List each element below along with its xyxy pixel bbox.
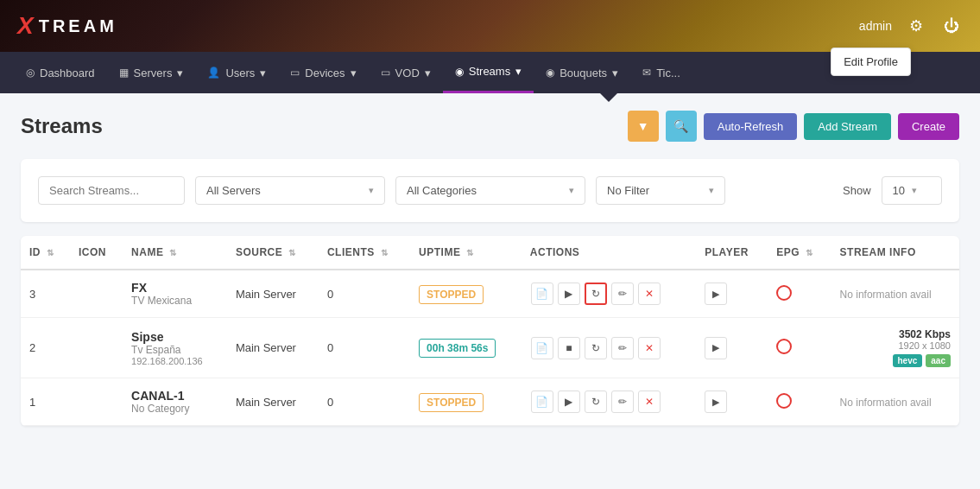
auto-refresh-button[interactable]: Auto-Refresh (704, 113, 798, 140)
col-actions: ACTIONS (522, 236, 696, 270)
page-title: Streams (21, 114, 103, 138)
nav-item-bouquets[interactable]: ◉ Bouquets ▾ (534, 52, 630, 93)
bouquets-chevron-icon: ▾ (612, 67, 618, 79)
streams-icon: ◉ (455, 66, 464, 78)
users-chevron-icon: ▾ (260, 67, 266, 79)
uptime-badge-running: 00h 38m 56s (419, 339, 496, 358)
col-uptime: UPTIME ⇅ (410, 236, 522, 270)
nav-label-tickets: Tic... (656, 67, 680, 79)
col-stream-info: STREAM INFO (831, 236, 959, 270)
edit-profile-tooltip: Edit Profile (831, 48, 911, 76)
add-stream-button[interactable]: Add Stream (804, 113, 891, 140)
no-filter-dropdown[interactable]: No Filter ▾ (596, 176, 725, 205)
action-edit-button[interactable]: ✏ (611, 283, 634, 305)
codec-audio-badge: aac (926, 354, 951, 367)
action-edit-button[interactable]: ✏ (611, 337, 634, 359)
uptime-badge-stopped: STOPPED (419, 285, 484, 304)
stream-info-details: 3502 Kbps 1920 x 1080 hevc aac (840, 328, 951, 367)
nav-item-streams[interactable]: ◉ Streams ▾ (443, 52, 534, 93)
action-delete-button[interactable]: ✕ (638, 391, 661, 413)
stream-name: CANAL-1 (131, 389, 218, 403)
nav-label-dashboard: Dashboard (40, 67, 95, 79)
action-edit-button[interactable]: ✏ (611, 391, 634, 413)
dashboard-icon: ◎ (26, 67, 35, 79)
settings-icon-button[interactable]: ⚙ (906, 13, 926, 39)
player-play-button[interactable]: ▶ (705, 337, 727, 359)
sort-icon-name: ⇅ (169, 248, 177, 257)
cell-epg (768, 378, 831, 426)
action-restart-button[interactable]: ↻ (585, 283, 607, 305)
nav-item-vod[interactable]: ▭ VOD ▾ (369, 52, 443, 93)
action-file-button[interactable]: 📄 (531, 337, 553, 359)
vod-chevron-icon: ▾ (425, 67, 431, 79)
cell-name: Sipse Tv España 192.168.200.136 (123, 318, 227, 378)
nav-item-dashboard[interactable]: ◎ Dashboard (14, 52, 107, 93)
cell-clients: 0 (319, 318, 410, 378)
cell-source: Main Server (227, 378, 319, 426)
cell-stream-info: No information avail (831, 378, 959, 426)
search-input[interactable] (38, 176, 185, 205)
logo: X TREAM (17, 12, 117, 40)
bouquets-icon: ◉ (546, 67, 554, 79)
action-stop-button[interactable]: ■ (558, 337, 580, 359)
logo-x: X (17, 12, 34, 40)
action-file-button[interactable]: 📄 (531, 391, 553, 413)
table-row: 2 Sipse Tv España 192.168.200.136 Main S… (21, 318, 959, 378)
header-right: admin ⚙ ⏻ (859, 13, 963, 39)
page-content: Streams ▼ 🔍 Auto-Refresh Add Stream Crea… (0, 93, 980, 443)
show-count-dropdown[interactable]: 10 ▾ (882, 176, 942, 205)
devices-icon: ▭ (290, 67, 300, 79)
create-button[interactable]: Create (898, 113, 959, 140)
nav-item-tickets[interactable]: ✉ Tic... (630, 52, 692, 93)
nav-item-users[interactable]: 👤 Users ▾ (195, 52, 278, 93)
servers-dropdown[interactable]: All Servers ▾ (195, 176, 385, 205)
stream-kbps: 3502 Kbps (840, 328, 951, 340)
no-filter-arrow: ▾ (709, 185, 714, 196)
cell-source: Main Server (227, 318, 319, 378)
table-row: 1 CANAL-1 No Category Main Server 0 STOP… (21, 378, 959, 426)
player-play-button[interactable]: ▶ (705, 391, 727, 413)
nav-item-servers[interactable]: ▦ Servers ▾ (107, 52, 196, 93)
cell-source: Main Server (227, 270, 319, 318)
servers-chevron-icon: ▾ (177, 67, 183, 79)
nav-active-arrow (600, 93, 617, 102)
devices-chevron-icon: ▾ (351, 67, 357, 79)
uptime-badge-stopped: STOPPED (419, 393, 484, 412)
nav-label-vod: VOD (395, 67, 420, 79)
categories-dropdown[interactable]: All Categories ▾ (395, 176, 585, 205)
stream-sub2: 192.168.200.136 (131, 356, 218, 366)
epg-status-icon (776, 339, 792, 354)
nav-label-users: Users (225, 67, 255, 79)
stream-name: Sipse (131, 330, 218, 344)
cell-stream-info: No information avail (831, 270, 959, 318)
table-body: 3 FX TV Mexicana Main Server 0 STOPPED 📄 (21, 270, 959, 426)
sort-icon-epg: ⇅ (806, 248, 813, 257)
categories-dropdown-label: All Categories (407, 184, 477, 197)
stream-sub: No Category (131, 403, 218, 415)
action-restart-button[interactable]: ↻ (585, 391, 607, 413)
sort-icon-source: ⇅ (288, 248, 296, 257)
show-label: Show (843, 184, 871, 197)
epg-status-icon (776, 285, 792, 301)
action-play-button[interactable]: ▶ (558, 283, 580, 305)
no-filter-label: No Filter (607, 184, 649, 197)
streams-table: ID ⇅ ICON NAME ⇅ SOURCE ⇅ CLIENTS ⇅ UPTI… (21, 236, 959, 426)
action-delete-button[interactable]: ✕ (638, 337, 661, 359)
search-toggle-button[interactable]: 🔍 (666, 111, 697, 142)
cell-clients: 0 (319, 378, 410, 426)
cell-clients: 0 (319, 270, 410, 318)
cell-actions: 📄 ▶ ↻ ✏ ✕ (522, 270, 696, 318)
nav-item-devices[interactable]: ▭ Devices ▾ (278, 52, 368, 93)
action-restart-button[interactable]: ↻ (585, 337, 607, 359)
stream-name: FX (131, 281, 218, 295)
action-play-button[interactable]: ▶ (558, 391, 580, 413)
cell-id: 1 (21, 378, 70, 426)
action-file-button[interactable]: 📄 (531, 283, 553, 305)
power-icon-button[interactable]: ⏻ (940, 14, 963, 39)
cell-stream-info: 3502 Kbps 1920 x 1080 hevc aac (831, 318, 959, 378)
cell-player: ▶ (696, 378, 768, 426)
action-delete-button[interactable]: ✕ (638, 283, 661, 305)
filter-button[interactable]: ▼ (628, 111, 659, 142)
player-play-button[interactable]: ▶ (705, 283, 727, 305)
servers-icon: ▦ (119, 67, 129, 79)
